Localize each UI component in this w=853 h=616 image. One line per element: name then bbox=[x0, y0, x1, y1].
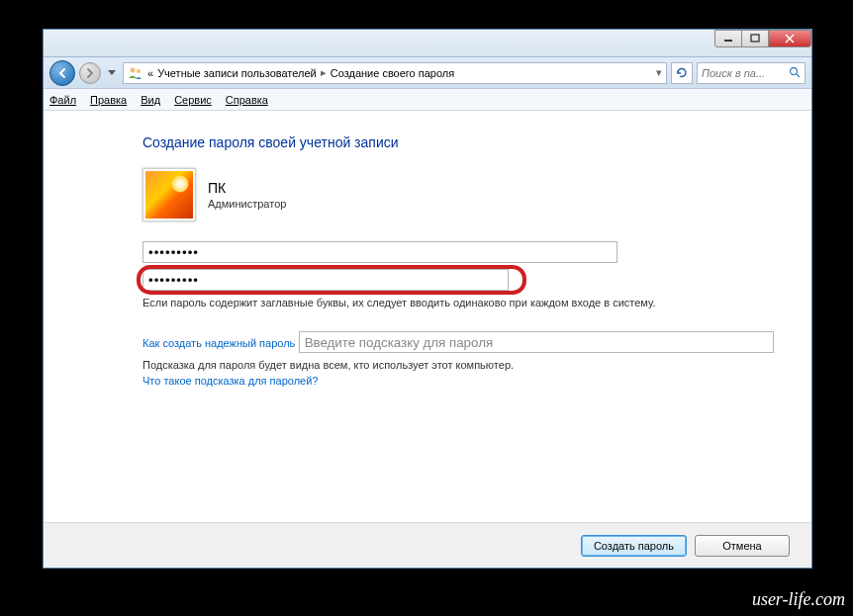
hint-visibility-note: Подсказка для пароля будет видна всем, к… bbox=[142, 359, 811, 371]
close-button[interactable] bbox=[768, 30, 811, 47]
cancel-button[interactable]: Отмена bbox=[695, 535, 790, 557]
content-area: Создание пароля своей учетной записи ПК … bbox=[44, 111, 811, 522]
refresh-button[interactable] bbox=[671, 62, 693, 84]
svg-rect-0 bbox=[724, 40, 732, 42]
svg-point-3 bbox=[137, 69, 141, 73]
menubar: Файл Правка Вид Сервис Справка bbox=[44, 89, 811, 111]
create-password-button[interactable]: Создать пароль bbox=[581, 535, 687, 557]
breadcrumb-item-create-password[interactable]: Создание своего пароля bbox=[331, 67, 455, 79]
menu-view[interactable]: Вид bbox=[141, 94, 160, 106]
svg-point-4 bbox=[791, 67, 798, 74]
nav-back-button[interactable] bbox=[49, 60, 75, 86]
nav-history-dropdown[interactable] bbox=[105, 64, 119, 82]
breadcrumb[interactable]: « Учетные записи пользователей ▸ Создани… bbox=[123, 62, 667, 84]
search-box[interactable] bbox=[697, 62, 806, 84]
password-hint-input[interactable] bbox=[299, 331, 774, 353]
nav-forward-button[interactable] bbox=[79, 62, 101, 84]
account-name: ПК bbox=[208, 180, 286, 196]
user-info-block: ПК Администратор bbox=[142, 168, 811, 221]
svg-rect-1 bbox=[751, 35, 759, 42]
menu-edit[interactable]: Правка bbox=[90, 94, 127, 106]
window-controls bbox=[715, 30, 811, 47]
account-role: Администратор bbox=[208, 198, 286, 210]
titlebar bbox=[44, 30, 811, 57]
confirm-password-input[interactable] bbox=[142, 269, 509, 291]
button-bar: Создать пароль Отмена bbox=[44, 522, 811, 568]
breadcrumb-item-accounts[interactable]: Учетные записи пользователей bbox=[157, 67, 317, 79]
maximize-button[interactable] bbox=[741, 30, 769, 47]
user-accounts-icon bbox=[128, 65, 143, 81]
menu-file[interactable]: Файл bbox=[49, 94, 76, 106]
strong-password-link[interactable]: Как создать надежный пароль bbox=[142, 337, 295, 349]
svg-point-2 bbox=[131, 67, 136, 72]
avatar bbox=[142, 168, 196, 221]
menu-tools[interactable]: Сервис bbox=[174, 94, 212, 106]
address-bar: « Учетные записи пользователей ▸ Создани… bbox=[44, 57, 811, 89]
breadcrumb-prefix: « bbox=[147, 67, 153, 79]
breadcrumb-separator-icon: ▸ bbox=[321, 66, 327, 79]
page-title: Создание пароля своей учетной записи bbox=[142, 134, 811, 150]
minimize-button[interactable] bbox=[714, 30, 742, 47]
search-input[interactable] bbox=[702, 67, 789, 79]
breadcrumb-dropdown-icon[interactable]: ▾ bbox=[656, 66, 662, 79]
confirm-password-wrapper bbox=[142, 269, 521, 291]
case-sensitivity-note: Если пароль содержит заглавные буквы, их… bbox=[142, 297, 811, 308]
control-panel-window: « Учетные записи пользователей ▸ Создани… bbox=[43, 29, 812, 569]
new-password-input[interactable] bbox=[142, 241, 617, 263]
watermark: user-life.com bbox=[752, 589, 845, 610]
password-hint-help-link[interactable]: Что такое подсказка для паролей? bbox=[142, 375, 318, 387]
menu-help[interactable]: Справка bbox=[226, 94, 268, 106]
search-icon bbox=[789, 66, 801, 80]
avatar-image bbox=[145, 171, 193, 219]
